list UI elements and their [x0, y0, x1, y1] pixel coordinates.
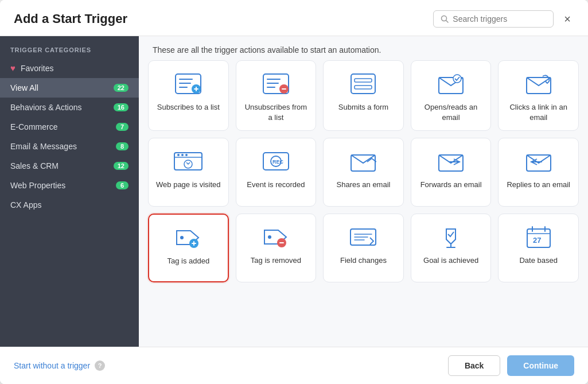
close-button[interactable]: ×	[560, 12, 574, 26]
sidebar-item-web[interactable]: Web Properties 6	[0, 176, 139, 195]
trigger-clicks-link[interactable]: Clicks a link in an email	[498, 60, 579, 131]
trigger-label-date: Date based	[519, 255, 558, 266]
trigger-icon-forwards	[435, 149, 466, 174]
trigger-icon-event: REC	[260, 149, 291, 174]
trigger-icon-shares	[348, 149, 379, 174]
badge-behaviors: 16	[114, 103, 128, 111]
heart-icon: ♥	[10, 63, 15, 73]
trigger-icon-tag-added	[173, 225, 204, 250]
trigger-date-based[interactable]: 27 Date based	[498, 214, 579, 282]
start-without-link[interactable]: Start without a trigger	[14, 361, 90, 370]
footer-right: Back Continue	[448, 355, 574, 376]
trigger-label-shares: Shares an email	[337, 180, 391, 190]
trigger-goal-achieved[interactable]: Goal is achieved	[411, 214, 492, 282]
sidebar-label-view-all: View All	[10, 83, 38, 92]
trigger-label-subscribes: Subscribes to a list	[157, 102, 220, 113]
trigger-icon-field	[348, 224, 379, 250]
trigger-label-forwards: Forwards an email	[420, 180, 482, 190]
sidebar-item-view-all[interactable]: View All 22	[0, 78, 139, 98]
footer-left: Start without a trigger ?	[14, 360, 105, 371]
badge-sales: 12	[114, 162, 128, 170]
search-icon	[441, 15, 449, 23]
trigger-opens-email[interactable]: Opens/reads an email	[411, 60, 492, 131]
trigger-icon-opens	[435, 71, 466, 96]
sidebar-label-behaviors: Behaviors & Actions	[10, 103, 82, 112]
trigger-replies-email[interactable]: Replies to an email	[498, 138, 579, 207]
trigger-label-clicks: Clicks a link in an email	[504, 102, 573, 122]
trigger-tag-added[interactable]: Tag is added	[148, 214, 229, 282]
trigger-label-event: Event is recorded	[247, 180, 305, 190]
trigger-icon-submits	[348, 71, 379, 96]
svg-rect-16	[355, 79, 372, 82]
svg-line-1	[446, 21, 449, 23]
trigger-label-tag-added: Tag is added	[167, 256, 209, 266]
main-description: These are all the trigger actions availa…	[139, 36, 588, 60]
sidebar-label-ecommerce: E-Commerce	[10, 122, 57, 131]
trigger-icon-webpage	[173, 149, 204, 174]
trigger-webpage[interactable]: Web page is visited	[148, 138, 229, 207]
trigger-unsubscribes[interactable]: Unsubscribes from a list	[236, 60, 317, 131]
sidebar-label-cx: CX Apps	[10, 200, 41, 210]
trigger-label-unsubscribes: Unsubscribes from a list	[242, 102, 310, 122]
svg-point-35	[180, 236, 184, 239]
svg-text:27: 27	[533, 236, 541, 245]
add-trigger-modal: Add a Start Trigger × TRIGGER CATEGORIES…	[0, 0, 588, 384]
trigger-icon-goal	[435, 224, 466, 250]
svg-point-24	[181, 154, 184, 156]
sidebar-label-favorites: Favorites	[21, 64, 54, 73]
trigger-submits-form[interactable]: Submits a form	[323, 60, 404, 131]
sidebar-item-favorites[interactable]: ♥ Favorites	[0, 58, 139, 78]
main-content: These are all the trigger actions availa…	[139, 36, 588, 347]
badge-view-all: 22	[114, 84, 128, 92]
sidebar-item-email[interactable]: Email & Messages 8	[0, 137, 139, 156]
search-input[interactable]	[453, 14, 546, 24]
trigger-tag-removed[interactable]: Tag is removed	[236, 214, 317, 282]
trigger-field-changes[interactable]: Field changes	[323, 214, 404, 282]
header-right: ×	[433, 10, 574, 28]
triggers-grid: Subscribes to a list	[148, 60, 579, 287]
trigger-label-tag-removed: Tag is removed	[251, 255, 301, 266]
sidebar-label-sales: Sales & CRM	[10, 161, 59, 170]
svg-text:REC: REC	[272, 159, 284, 165]
trigger-forwards-email[interactable]: Forwards an email	[411, 138, 492, 207]
trigger-icon-clicks	[523, 71, 554, 96]
svg-point-19	[453, 75, 461, 83]
triggers-scroll-area[interactable]: Subscribes to a list	[139, 60, 588, 347]
trigger-icon-date: 27	[523, 224, 554, 250]
trigger-icon-replies	[523, 149, 554, 174]
sidebar-label-web: Web Properties	[10, 181, 65, 190]
svg-rect-15	[351, 74, 375, 94]
help-icon[interactable]: ?	[95, 360, 105, 371]
trigger-shares-email[interactable]: Shares an email	[323, 138, 404, 207]
modal-header: Add a Start Trigger ×	[0, 0, 588, 36]
sidebar-item-sales[interactable]: Sales & CRM 12	[0, 156, 139, 176]
trigger-label-submits: Submits a form	[338, 102, 388, 113]
trigger-label-goal: Goal is achieved	[423, 255, 478, 266]
trigger-label-replies: Replies to an email	[507, 180, 570, 190]
svg-point-25	[185, 154, 188, 156]
trigger-event-recorded[interactable]: REC Event is recorded	[236, 138, 317, 207]
trigger-icon-unsubscribes	[260, 71, 291, 96]
sidebar-item-ecommerce[interactable]: E-Commerce 7	[0, 117, 139, 137]
modal-title: Add a Start Trigger	[14, 11, 127, 26]
trigger-label-field: Field changes	[340, 255, 387, 266]
search-box[interactable]	[433, 10, 554, 28]
badge-web: 6	[116, 181, 128, 189]
sidebar-label-email: Email & Messages	[10, 142, 77, 151]
trigger-subscribes[interactable]: Subscribes to a list	[148, 60, 229, 131]
modal-footer: Start without a trigger ? Back Continue	[0, 347, 588, 384]
trigger-label-opens: Opens/reads an email	[417, 102, 485, 122]
sidebar-item-behaviors[interactable]: Behaviors & Actions 16	[0, 98, 139, 117]
svg-point-39	[268, 235, 271, 239]
sidebar: TRIGGER CATEGORIES ♥ Favorites View All …	[0, 36, 139, 347]
trigger-icon-tag-removed	[260, 224, 291, 250]
svg-point-23	[177, 154, 180, 156]
sidebar-section-title: TRIGGER CATEGORIES	[0, 46, 139, 58]
trigger-label-webpage: Web page is visited	[156, 180, 221, 190]
sidebar-item-cx[interactable]: CX Apps	[0, 195, 139, 215]
badge-email: 8	[116, 142, 128, 150]
back-button[interactable]: Back	[448, 355, 500, 376]
trigger-icon-subscribes	[173, 71, 204, 96]
svg-rect-17	[355, 86, 372, 89]
continue-button[interactable]: Continue	[507, 355, 574, 376]
